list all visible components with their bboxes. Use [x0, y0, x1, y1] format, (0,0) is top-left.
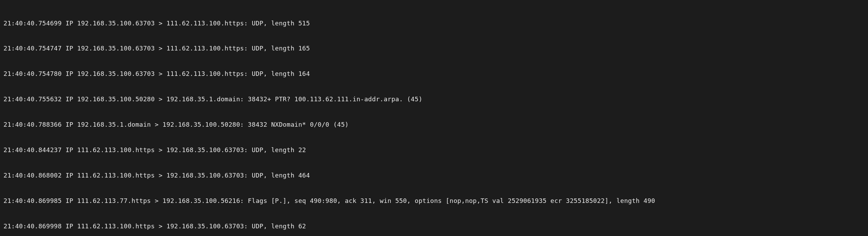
tcpdump-line: 21:40:40.754699 IP 192.168.35.100.63703 … [3, 19, 865, 27]
tcpdump-line: 21:40:40.844237 IP 111.62.113.100.https … [3, 146, 865, 154]
tcpdump-line: 21:40:40.868002 IP 111.62.113.100.https … [3, 171, 865, 180]
tcpdump-line: 21:40:40.755632 IP 192.168.35.100.50280 … [3, 95, 865, 103]
tcpdump-line: 21:40:40.869998 IP 111.62.113.100.https … [3, 222, 865, 230]
tcpdump-line: 21:40:40.788366 IP 192.168.35.1.domain >… [3, 120, 865, 129]
tcpdump-line: 21:40:40.869985 IP 111.62.113.77.https >… [3, 197, 865, 205]
terminal-output: 21:40:40.754699 IP 192.168.35.100.63703 … [0, 0, 868, 236]
tcpdump-line: 21:40:40.754780 IP 192.168.35.100.63703 … [3, 70, 865, 78]
tcpdump-line: 21:40:40.754747 IP 192.168.35.100.63703 … [3, 44, 865, 53]
